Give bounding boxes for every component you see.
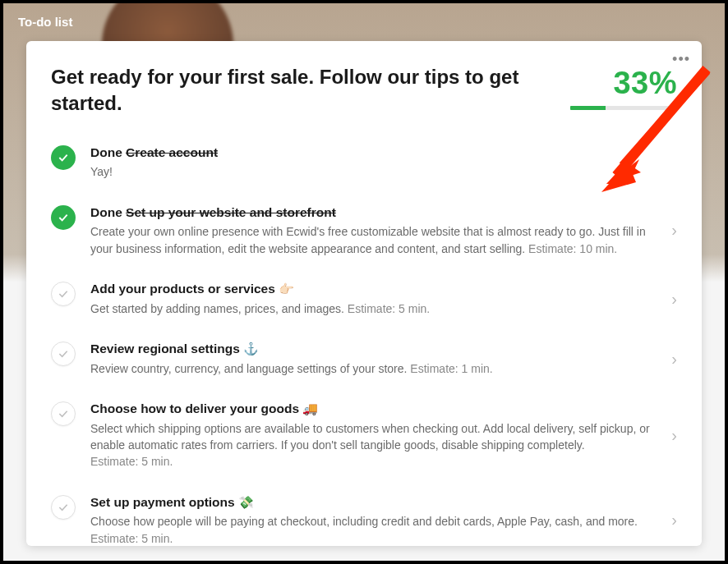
- check-pending-icon: [51, 401, 76, 426]
- item-title: Choose how to deliver your goods 🚚: [90, 400, 654, 418]
- item-body: Done Create account Yay!: [90, 144, 677, 181]
- more-menu-icon[interactable]: •••: [672, 51, 690, 68]
- item-title: Done Set up your website and storefront: [90, 204, 654, 222]
- done-prefix: Done: [90, 205, 126, 219]
- item-body: Done Set up your website and storefront …: [90, 204, 677, 257]
- check-pending-icon: [51, 282, 76, 306]
- item-title-strike: Set up your website and storefront: [126, 205, 336, 219]
- item-estimate: Estimate: 10 min.: [528, 242, 617, 255]
- money-wings-icon: 💸: [238, 495, 254, 509]
- item-description: Get started by adding names, prices, and…: [90, 300, 654, 317]
- page-title: To-do list: [18, 15, 72, 29]
- check-done-icon: [51, 205, 76, 230]
- todo-item-payment[interactable]: Set up payment options 💸 Choose how peop…: [51, 482, 677, 546]
- todo-item-create-account[interactable]: Done Create account Yay!: [51, 132, 677, 192]
- item-description: Review country, currency, and language s…: [90, 360, 654, 377]
- chevron-right-icon: ›: [671, 425, 677, 444]
- item-title: Done Create account: [90, 144, 654, 162]
- item-title: Add your products or services 👉🏻: [90, 280, 654, 298]
- progress-percent: 33%: [570, 66, 677, 101]
- progress-fill: [570, 106, 606, 110]
- item-description: Select which shipping options are availa…: [90, 420, 654, 470]
- progress-bar: [570, 106, 677, 110]
- item-body: Choose how to deliver your goods 🚚 Selec…: [90, 400, 677, 470]
- progress-block: 33%: [570, 64, 677, 110]
- todo-item-delivery[interactable]: Choose how to deliver your goods 🚚 Selec…: [51, 388, 677, 482]
- check-pending-icon: [51, 495, 76, 520]
- item-body: Add your products or services 👉🏻 Get sta…: [90, 280, 677, 317]
- truck-icon: 🚚: [302, 401, 318, 415]
- check-pending-icon: [51, 342, 76, 366]
- item-estimate: Estimate: 5 min.: [90, 455, 173, 468]
- anchor-icon: ⚓: [243, 342, 259, 355]
- card-title: Get ready for your first sale. Follow ou…: [51, 64, 554, 117]
- todo-item-setup-website[interactable]: Done Set up your website and storefront …: [51, 192, 677, 268]
- item-title-strike: Create account: [126, 145, 218, 159]
- check-done-icon: [51, 145, 76, 170]
- chevron-right-icon: ›: [671, 221, 677, 240]
- todo-item-regional-settings[interactable]: Review regional settings ⚓ Review countr…: [51, 328, 677, 388]
- todo-card: ••• Get ready for your first sale. Follo…: [26, 41, 702, 546]
- background: To-do list ••• Get ready for your first …: [3, 3, 725, 561]
- item-body: Review regional settings ⚓ Review countr…: [90, 340, 677, 377]
- todo-item-add-products[interactable]: Add your products or services 👉🏻 Get sta…: [51, 268, 677, 328]
- chevron-right-icon: ›: [671, 511, 677, 530]
- item-description: Choose how people will be paying at chec…: [90, 513, 654, 546]
- item-estimate: Estimate: 5 min.: [90, 532, 173, 545]
- item-estimate: Estimate: 1 min.: [410, 362, 492, 375]
- hand-point-icon: 👉🏻: [279, 282, 294, 296]
- done-prefix: Done: [90, 145, 126, 159]
- item-description: Create your own online presence with Ecw…: [90, 223, 654, 257]
- card-header: Get ready for your first sale. Follow ou…: [51, 64, 677, 117]
- item-title: Review regional settings ⚓: [90, 340, 654, 358]
- item-body: Set up payment options 💸 Choose how peop…: [90, 493, 677, 546]
- item-title: Set up payment options 💸: [90, 493, 654, 511]
- chevron-right-icon: ›: [671, 349, 677, 368]
- item-description: Yay!: [90, 163, 654, 180]
- item-estimate: Estimate: 5 min.: [348, 302, 430, 315]
- chevron-right-icon: ›: [671, 289, 677, 308]
